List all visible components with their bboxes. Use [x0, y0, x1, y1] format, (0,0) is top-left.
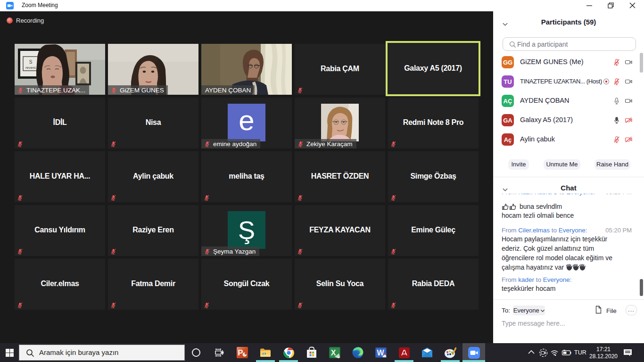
svg-text:revers: revers: [25, 66, 36, 70]
svg-text:W: W: [377, 349, 384, 357]
svg-text:S: S: [29, 59, 33, 65]
svg-text:X: X: [331, 349, 336, 357]
svg-text:P: P: [238, 348, 243, 357]
